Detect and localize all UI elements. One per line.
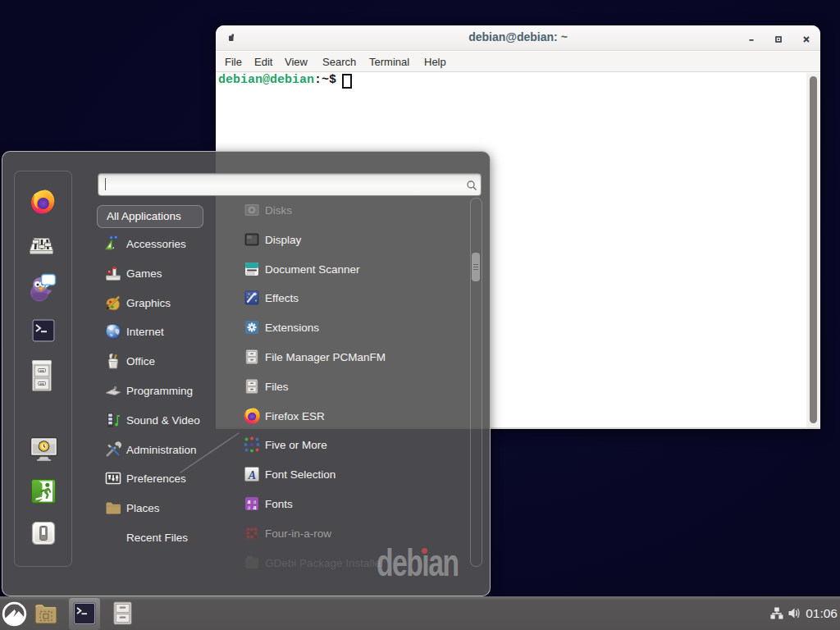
svg-text:a: a <box>253 504 257 511</box>
svg-text:A: A <box>248 469 256 482</box>
svg-text:a: a <box>248 504 251 511</box>
